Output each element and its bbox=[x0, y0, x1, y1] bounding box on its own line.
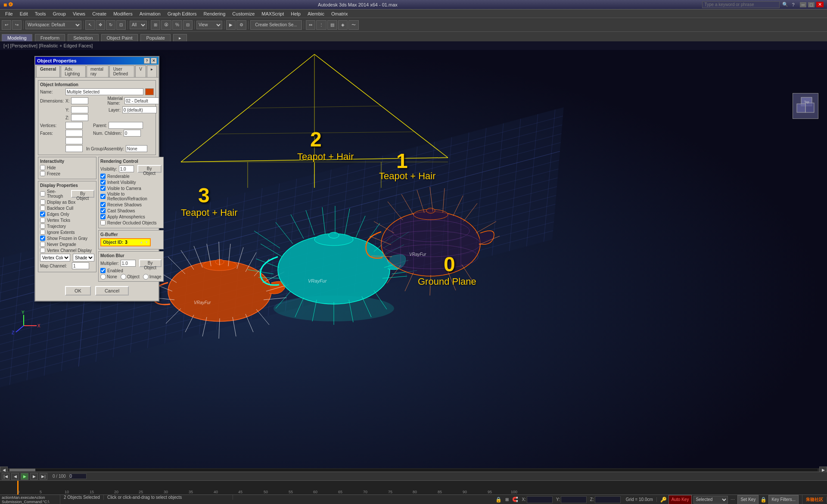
render-occluded-checkbox[interactable] bbox=[100, 220, 106, 225]
x-coord-input[interactable] bbox=[527, 496, 553, 503]
dialog-tab-user-defined[interactable]: User Defined bbox=[109, 65, 135, 77]
auto-key-btn[interactable]: Auto Key bbox=[668, 495, 692, 504]
menu-alembic[interactable]: Alembic bbox=[304, 10, 328, 17]
parent-input[interactable] bbox=[109, 122, 143, 129]
prev-frame-btn[interactable]: ◀ bbox=[11, 473, 19, 480]
maximize-btn[interactable]: □ bbox=[808, 2, 815, 7]
motion-blur-enabled-checkbox[interactable] bbox=[100, 268, 106, 273]
visible-reflect-checkbox[interactable] bbox=[100, 194, 106, 199]
show-frozen-checkbox[interactable] bbox=[40, 236, 45, 241]
visibility-input[interactable] bbox=[119, 165, 134, 172]
trajectory-checkbox[interactable] bbox=[40, 224, 45, 229]
visible-camera-checkbox[interactable] bbox=[100, 186, 106, 191]
tab-selection[interactable]: Selection bbox=[68, 34, 98, 41]
scroll-track[interactable] bbox=[9, 469, 818, 471]
map-channel-input[interactable] bbox=[72, 262, 89, 269]
menu-group[interactable]: Group bbox=[49, 10, 69, 17]
scroll-thumb[interactable] bbox=[9, 469, 35, 471]
receive-shadows-checkbox[interactable] bbox=[100, 202, 106, 207]
extra-input-1[interactable] bbox=[65, 137, 83, 144]
cancel-button[interactable]: Cancel bbox=[95, 286, 129, 296]
tab-object-paint[interactable]: Object Paint bbox=[101, 34, 138, 41]
mirror-btn[interactable]: ⇔ bbox=[306, 20, 315, 30]
view-select[interactable]: View bbox=[196, 21, 222, 29]
apply-atmos-checkbox[interactable] bbox=[100, 214, 106, 219]
percent-snap[interactable]: % bbox=[172, 20, 182, 30]
cast-shadows-checkbox[interactable] bbox=[100, 208, 106, 213]
goto-end-btn[interactable]: ▶| bbox=[40, 473, 47, 480]
menu-file[interactable]: File bbox=[2, 10, 16, 17]
hide-checkbox[interactable] bbox=[40, 165, 45, 170]
selected-dropdown[interactable]: Selected bbox=[693, 496, 728, 504]
lock-icon[interactable]: 🔒 bbox=[494, 497, 504, 503]
in-group-input[interactable] bbox=[126, 145, 147, 152]
ok-button[interactable]: OK bbox=[65, 286, 91, 296]
menu-omatrix[interactable]: Omatrix bbox=[328, 10, 351, 17]
menu-help[interactable]: Help bbox=[287, 10, 304, 17]
shaded-select[interactable]: Shaded bbox=[73, 254, 94, 261]
dim-x-input[interactable] bbox=[71, 97, 88, 104]
display-box-checkbox[interactable] bbox=[40, 199, 45, 205]
time-input[interactable] bbox=[69, 473, 87, 479]
object-id-input[interactable] bbox=[125, 240, 138, 245]
tab-populate[interactable]: Populate bbox=[140, 34, 170, 41]
object-radio[interactable] bbox=[121, 274, 126, 280]
search-icon[interactable]: 🔍 bbox=[782, 2, 788, 7]
filter-select[interactable]: All bbox=[130, 21, 147, 29]
next-frame-btn[interactable]: ▶ bbox=[30, 473, 38, 480]
none-radio[interactable] bbox=[100, 274, 106, 280]
dim-z-input[interactable] bbox=[71, 114, 88, 121]
set-key-btn[interactable]: Set Key bbox=[737, 495, 759, 504]
dialog-help-btn[interactable]: ? bbox=[144, 58, 150, 64]
see-through-checkbox[interactable] bbox=[40, 191, 45, 196]
z-coord-input[interactable] bbox=[595, 496, 621, 503]
extra-input-2[interactable] bbox=[65, 145, 83, 152]
faces-input[interactable] bbox=[65, 130, 83, 137]
layer-btn[interactable]: ▤ bbox=[327, 20, 337, 30]
tab-freeform[interactable]: Freeform bbox=[35, 34, 65, 41]
object-id-spinner-down[interactable]: ▼ bbox=[145, 240, 148, 244]
dialog-tab-adv-lighting[interactable]: Adv. Lighting bbox=[61, 65, 86, 77]
menu-maxscript[interactable]: MAXScript bbox=[258, 10, 287, 17]
menu-views[interactable]: Views bbox=[69, 10, 89, 17]
select-btn[interactable]: ↖ bbox=[85, 20, 95, 30]
multiplier-input[interactable] bbox=[121, 260, 136, 267]
dialog-tab-general[interactable]: General bbox=[36, 65, 60, 77]
ignore-extents-checkbox[interactable] bbox=[40, 230, 45, 235]
workspace-select[interactable]: Workspace: Default bbox=[25, 21, 81, 29]
menu-create[interactable]: Create bbox=[89, 10, 110, 17]
snap-toggle[interactable]: ⊞ bbox=[151, 20, 160, 30]
menu-tools[interactable]: Tools bbox=[31, 10, 50, 17]
navigation-cube[interactable]: Top bbox=[793, 93, 818, 119]
num-children-input[interactable] bbox=[124, 130, 141, 137]
grid-select-icon[interactable]: ⊞ bbox=[504, 497, 510, 502]
close-btn[interactable]: ✕ bbox=[816, 2, 824, 7]
menu-graph-editors[interactable]: Graph Editors bbox=[164, 10, 200, 17]
menu-rendering[interactable]: Rendering bbox=[200, 10, 229, 17]
rotate-btn[interactable]: ↻ bbox=[106, 20, 115, 30]
name-input[interactable] bbox=[65, 88, 143, 95]
vertex-ticks-checkbox[interactable] bbox=[40, 218, 45, 223]
dialog-tab-v[interactable]: V bbox=[135, 65, 146, 77]
magnet-icon[interactable]: 🧲 bbox=[510, 497, 520, 502]
tab-more[interactable]: ▸ bbox=[173, 34, 187, 42]
y-coord-input[interactable] bbox=[561, 496, 587, 503]
play-btn[interactable]: ▶ bbox=[21, 473, 28, 480]
vertices-input[interactable] bbox=[65, 122, 83, 129]
search-input[interactable] bbox=[702, 1, 780, 8]
by-object-blur-btn[interactable]: By Object bbox=[139, 259, 162, 267]
inherit-vis-checkbox[interactable] bbox=[100, 180, 106, 185]
material-input[interactable] bbox=[124, 97, 159, 104]
key-more-btn[interactable]: ⋯ bbox=[730, 497, 736, 502]
scale-btn[interactable]: ⊡ bbox=[116, 20, 126, 30]
layer-input[interactable] bbox=[122, 106, 157, 113]
menu-animation[interactable]: Animation bbox=[136, 10, 164, 17]
goto-start-btn[interactable]: |◀ bbox=[2, 473, 9, 480]
create-selection-set[interactable]: Create Selection Se... bbox=[250, 20, 302, 30]
vertex-channel-checkbox[interactable] bbox=[40, 248, 45, 253]
undo-btn[interactable]: ↩ bbox=[2, 20, 11, 30]
menu-edit[interactable]: Edit bbox=[16, 10, 31, 17]
renderable-checkbox[interactable] bbox=[100, 174, 106, 179]
help-icon[interactable]: ? bbox=[792, 2, 794, 7]
curve-editor[interactable]: 〜 bbox=[348, 20, 359, 30]
